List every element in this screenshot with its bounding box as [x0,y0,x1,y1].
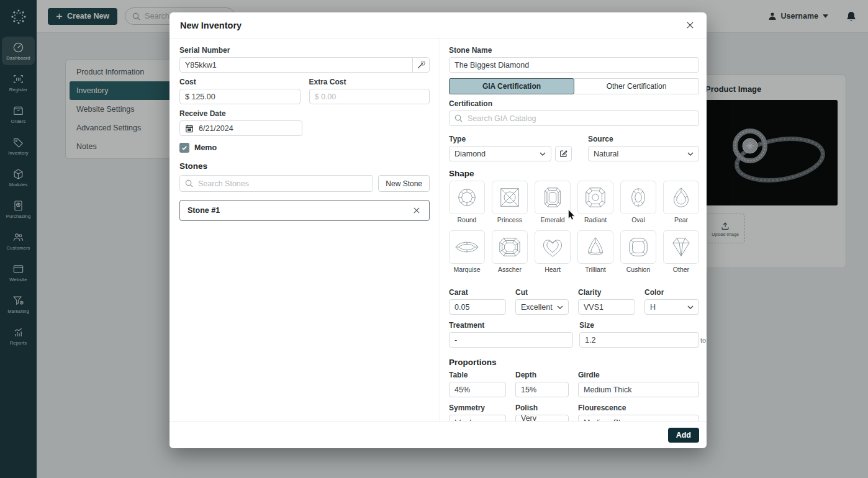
treatment-input[interactable] [449,332,573,348]
modal-title: New Inventory [180,20,242,30]
cut-select[interactable]: Excellent [515,299,569,315]
stones-search-input[interactable] [193,176,373,191]
modal-body: Serial Number Cost Extra Cos [170,38,707,421]
flourescence-label: Flourescence [578,404,699,412]
stone-name-label: Stone Name [449,46,699,55]
stones-heading: Stones [179,161,430,171]
shape-cell: Round [449,181,485,223]
color-value: H [650,303,656,312]
modal-footer: Add [170,421,707,448]
girdle-input[interactable] [578,382,699,397]
shape-option-marquise[interactable] [449,230,485,264]
source-value: Natural [594,150,618,158]
size-from-input[interactable] [579,332,699,348]
shape-option-label: Emerald [535,216,571,223]
edit-icon [559,150,567,158]
marquise-diamond-icon [453,235,481,259]
depth-input[interactable] [515,382,569,397]
source-label: Source [588,135,699,143]
chevron-down-icon [687,152,694,156]
memo-checkbox-row[interactable]: Memo [179,143,430,153]
proportions-heading: Proportions [449,358,699,367]
receive-date-field[interactable] [179,120,302,136]
serial-number-input[interactable] [180,58,412,72]
trilliant-diamond-icon [581,235,610,259]
color-select[interactable]: H [644,299,699,315]
cost-input[interactable] [179,89,301,104]
close-icon[interactable] [684,19,696,31]
polish-value: Very Good [521,414,553,422]
type-select[interactable]: Diamond [449,146,551,161]
shape-option-radiant[interactable] [577,181,613,214]
search-icon [450,114,463,122]
stones-list: Stone #1 [179,200,430,221]
shape-option-label: Pear [663,216,699,223]
cut-value: Excellent [521,303,553,312]
shape-cell: Princess [492,181,528,223]
shape-option-label: Asscher [492,266,528,273]
shape-cell: Marquise [449,230,485,273]
shape-option-trilliant[interactable] [577,230,613,264]
shape-cell: Trilliant [577,230,613,273]
serial-number-label: Serial Number [179,46,430,55]
new-stone-button[interactable]: New Stone [378,175,430,192]
symmetry-select[interactable]: Ideal [449,415,506,421]
shape-heading: Shape [449,169,699,178]
magic-wand-icon [417,60,426,70]
receive-date-input[interactable] [194,121,302,135]
edit-type-button[interactable] [555,146,572,161]
shape-option-pear[interactable] [663,181,699,214]
check-icon [181,145,188,151]
shape-option-asscher[interactable] [492,230,528,264]
type-value: Diamond [454,150,486,158]
shape-option-label: Heart [535,266,571,273]
remove-stone-icon[interactable] [412,205,422,215]
polish-select[interactable]: Very Good [515,415,569,421]
stone-item-name: Stone #1 [188,206,220,215]
shape-cell: Pear [663,181,699,223]
certification-search-input[interactable] [463,111,698,125]
shape-option-label: Trilliant [577,266,613,273]
shape-option-round[interactable] [449,181,485,214]
shape-option-princess[interactable] [492,181,528,214]
princess-diamond-icon [495,186,524,209]
memo-checkbox[interactable] [179,143,189,153]
shape-option-heart[interactable] [535,230,571,264]
carat-label: Carat [449,288,506,297]
shape-cell: Heart [535,230,571,273]
add-button[interactable]: Add [668,428,699,443]
serial-number-field [179,57,430,73]
modal-header: New Inventory [170,12,707,38]
clarity-label: Clarity [578,288,635,297]
stones-search-field [179,175,373,192]
shape-option-cushion[interactable] [620,230,656,264]
symmetry-label: Symmetry [449,404,506,412]
cut-label: Cut [515,288,569,297]
source-select[interactable]: Natural [588,146,699,161]
carat-input[interactable] [449,299,506,315]
oval-diamond-icon [624,186,653,209]
autogenerate-serial-button[interactable] [412,58,429,72]
shape-cell: Cushion [620,230,656,273]
clarity-input[interactable] [578,299,635,315]
shape-option-emerald[interactable] [535,181,571,214]
tab-gia-certification[interactable]: GIA Certification [449,78,574,94]
size-label: Size [579,321,699,330]
shape-option-other[interactable] [663,230,699,264]
pear-diamond-icon [667,186,695,209]
shape-cell: Asscher [492,230,528,273]
chevron-down-icon [687,305,694,309]
treatment-label: Treatment [449,321,573,330]
extra-cost-input[interactable] [309,89,430,104]
table-input[interactable] [449,382,506,397]
size-to-text: to [700,336,706,344]
shape-option-oval[interactable] [620,181,656,214]
stone-name-input[interactable] [449,57,699,73]
chevron-down-icon [557,305,563,309]
tab-other-certification[interactable]: Other Certification [574,78,699,94]
flourescence-input[interactable] [578,415,699,421]
stone-item[interactable]: Stone #1 [179,200,430,221]
cost-label: Cost [179,78,301,86]
certification-tabs: GIA CertificationOther Certification [449,78,699,94]
certification-label: Certification [449,99,699,108]
